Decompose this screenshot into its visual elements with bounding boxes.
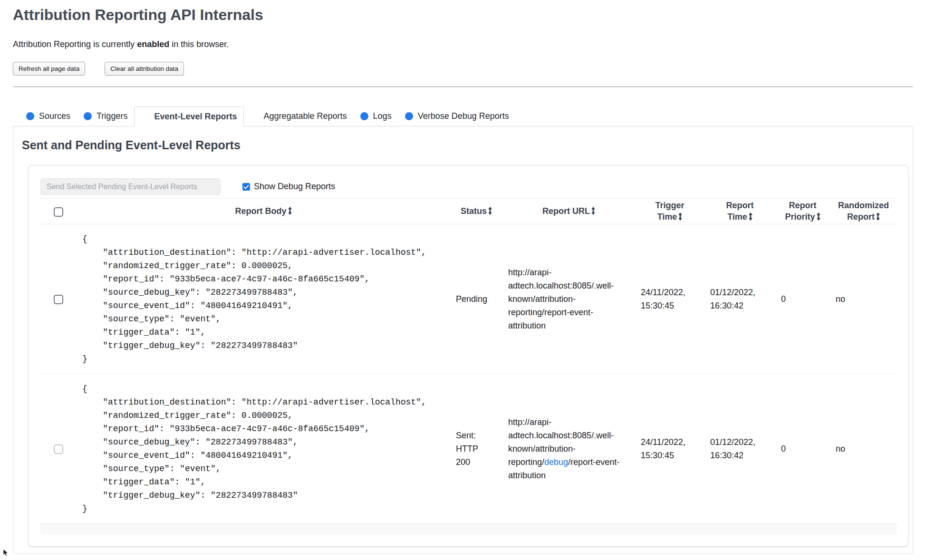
report-url: http://arapi-adtech.localhost:8085/.well… <box>502 374 635 524</box>
trigger-time: 24/11/2022, 15:30:45 <box>635 224 704 374</box>
tab-label: Triggers <box>96 111 127 121</box>
report-time: 01/12/2022, 16:30:42 <box>704 224 775 374</box>
tab-label: Logs <box>373 111 392 121</box>
row-checkbox[interactable] <box>54 444 63 454</box>
section-heading: Sent and Pending Event-Level Reports <box>22 139 908 152</box>
tab-logs[interactable]: Logs <box>354 106 398 126</box>
tab-label: Sources <box>39 111 70 121</box>
select-all-checkbox[interactable] <box>54 207 63 217</box>
report-row: { "attribution_destination": "http://ara… <box>40 374 897 524</box>
randomized-report: no <box>830 224 897 374</box>
show-debug-toggle[interactable]: Show Debug Reports <box>242 182 335 192</box>
report-url: http://arapi-adtech.localhost:8085/.well… <box>502 224 635 374</box>
data-present-dot-icon <box>360 112 368 120</box>
clear-all-button[interactable]: Clear all attribution data <box>105 62 184 76</box>
col-trigger-time[interactable]: Trigger Time <box>635 199 704 224</box>
tab-sources[interactable]: Sources <box>19 106 77 126</box>
randomized-report: no <box>830 374 897 524</box>
tab-verbose-debug-reports[interactable]: Verbose Debug Reports <box>398 106 516 126</box>
tab-aggregatable-reports[interactable]: Aggregatable Reports <box>244 106 353 126</box>
data-present-dot-icon <box>26 112 34 120</box>
table-footer-row <box>40 524 897 534</box>
tab-event-level-reports[interactable]: Event-Level Reports <box>134 106 244 126</box>
col-report-time[interactable]: Report Time <box>704 199 775 224</box>
report-time: 01/12/2022, 16:30:42 <box>704 374 775 524</box>
sort-icon <box>876 212 880 221</box>
send-selected-reports-button[interactable]: Send Selected Pending Event-Level Report… <box>40 178 221 195</box>
col-report-url[interactable]: Report URL <box>502 199 635 224</box>
report-row: { "attribution_destination": "http://ara… <box>40 224 897 374</box>
page: Attribution Reporting API Internals Attr… <box>0 6 926 554</box>
tab-triggers[interactable]: Triggers <box>77 106 134 126</box>
tab-label: Aggregatable Reports <box>263 111 347 121</box>
reports-card: Send Selected Pending Event-Level Report… <box>28 165 908 547</box>
sort-icon <box>749 212 752 221</box>
tabstrip: SourcesTriggersEvent-Level ReportsAggreg… <box>13 106 913 126</box>
reports-table: Report Body Status Report URL Trigger Ti… <box>40 198 897 534</box>
row-checkbox[interactable] <box>54 295 63 304</box>
report-priority: 0 <box>775 374 830 524</box>
mouse-cursor-icon <box>3 549 10 557</box>
sort-icon <box>288 207 292 215</box>
report-body-json: { "attribution_destination": "http://ara… <box>82 232 446 366</box>
report-status: Sent: HTTP 200 <box>450 374 502 524</box>
col-report-body[interactable]: Report Body <box>77 199 450 224</box>
api-status-state: enabled <box>137 39 169 49</box>
divider <box>13 87 913 87</box>
api-status-line: Attribution Reporting is currently enabl… <box>13 39 913 49</box>
select-all-header <box>40 199 77 224</box>
sort-icon <box>678 212 682 221</box>
refresh-all-button[interactable]: Refresh all page data <box>13 62 85 76</box>
event-level-reports-panel: Sent and Pending Event-Level Reports Sen… <box>13 126 913 554</box>
sort-icon <box>488 207 492 215</box>
trigger-time: 24/11/2022, 15:30:45 <box>635 374 704 524</box>
debug-link[interactable]: debug <box>544 457 568 467</box>
tab-label: Verbose Debug Reports <box>418 111 509 121</box>
sort-icon <box>591 207 595 215</box>
tab-label: Event-Level Reports <box>154 112 237 122</box>
page-title: Attribution Reporting API Internals <box>13 6 913 24</box>
dot-placeholder <box>141 113 149 121</box>
report-priority: 0 <box>775 224 830 374</box>
dot-placeholder <box>251 112 259 120</box>
sort-icon <box>817 212 820 221</box>
data-present-dot-icon <box>405 112 413 120</box>
col-randomized-report[interactable]: Randomized Report <box>830 199 897 224</box>
report-body-json: { "attribution_destination": "http://ara… <box>82 382 446 515</box>
report-controls: Send Selected Pending Event-Level Report… <box>40 178 896 195</box>
report-status: Pending <box>450 224 502 374</box>
col-status[interactable]: Status <box>450 199 502 224</box>
col-report-priority[interactable]: Report Priority <box>775 199 830 224</box>
table-header-row: Report Body Status Report URL Trigger Ti… <box>40 199 897 224</box>
checkmark-icon <box>243 184 249 189</box>
show-debug-label: Show Debug Reports <box>254 182 335 192</box>
show-debug-checkbox[interactable] <box>242 183 250 191</box>
data-present-dot-icon <box>84 112 92 120</box>
toolbar: Refresh all page data Clear all attribut… <box>13 62 913 76</box>
